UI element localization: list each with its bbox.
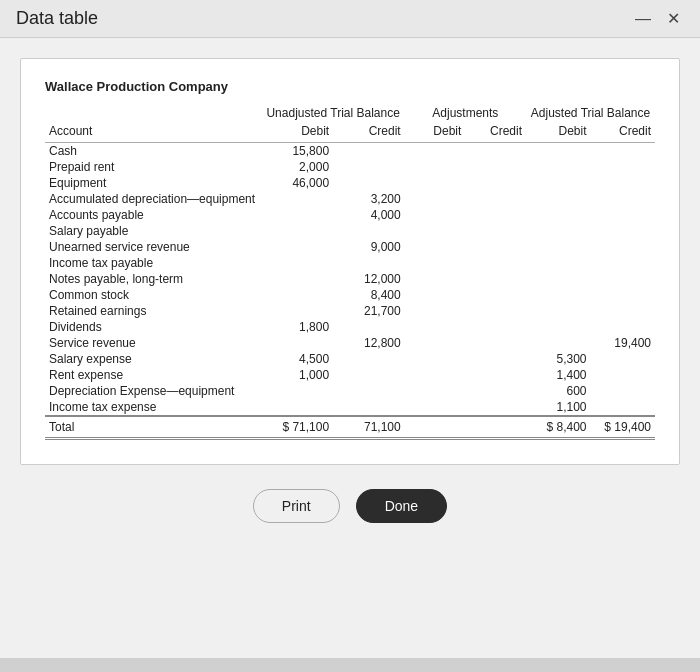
table-row: Income tax expense1,100	[45, 399, 655, 416]
unadj-debit-cell: 15,800	[262, 143, 334, 160]
adjusted-group-header: Adjusted Trial Balance	[526, 104, 655, 122]
table-row: Salary expense4,5005,300	[45, 351, 655, 367]
print-button[interactable]: Print	[253, 489, 340, 523]
unadj-debit-cell	[262, 207, 334, 223]
unadj-credit-cell	[333, 175, 405, 191]
account-cell: Depreciation Expense—equipment	[45, 383, 262, 399]
data-table-card: Wallace Production Company Unadjusted Tr…	[20, 58, 680, 465]
company-name: Wallace Production Company	[45, 79, 655, 94]
account-cell: Retained earnings	[45, 303, 262, 319]
unadj-credit-cell	[333, 367, 405, 383]
adj-credit-cell	[465, 383, 526, 399]
table-row: Accounts payable4,000	[45, 207, 655, 223]
adjbal-debit-cell	[526, 287, 590, 303]
adjbal-debit-cell	[526, 335, 590, 351]
total-adjbal-symbol: $	[546, 420, 553, 434]
adjbal-credit-cell	[590, 319, 655, 335]
done-button[interactable]: Done	[356, 489, 447, 523]
unadj-credit-cell	[333, 351, 405, 367]
total-adj-credit	[465, 416, 526, 439]
account-cell: Salary payable	[45, 223, 262, 239]
adjbal-debit-cell: 5,300	[526, 351, 590, 367]
adjbal-debit-cell	[526, 319, 590, 335]
adj-debit-cell	[405, 383, 466, 399]
adj-credit-cell	[465, 335, 526, 351]
table-row: Unearned service revenue9,000	[45, 239, 655, 255]
account-cell: Accumulated depreciation—equipment	[45, 191, 262, 207]
adj-debit-cell	[405, 335, 466, 351]
column-sub-header-row: Account Debit Credit Debit Credit Debit …	[45, 122, 655, 143]
unadj-debit-cell: 1,000	[262, 367, 334, 383]
adjbal-credit-header: Credit	[590, 122, 655, 143]
adjbal-credit-cell	[590, 287, 655, 303]
adjbal-credit-cell: 19,400	[590, 335, 655, 351]
unadj-credit-cell	[333, 319, 405, 335]
adj-debit-cell	[405, 255, 466, 271]
adj-credit-cell	[465, 271, 526, 287]
adj-debit-cell	[405, 207, 466, 223]
adj-credit-cell	[465, 367, 526, 383]
table-row: Equipment46,000	[45, 175, 655, 191]
unadj-credit-cell: 8,400	[333, 287, 405, 303]
table-row: Common stock8,400	[45, 287, 655, 303]
close-button[interactable]: ✕	[663, 9, 684, 28]
unadj-debit-cell	[262, 383, 334, 399]
adjbal-credit-cell	[590, 191, 655, 207]
unadj-credit-cell: 21,700	[333, 303, 405, 319]
adjbal-debit-cell: 1,400	[526, 367, 590, 383]
adj-debit-cell	[405, 223, 466, 239]
adj-debit-cell	[405, 143, 466, 160]
adj-debit-cell	[405, 399, 466, 416]
account-cell: Common stock	[45, 287, 262, 303]
adjbal-debit-cell	[526, 143, 590, 160]
app-title: Data table	[16, 8, 98, 29]
total-unadj-credit: 71,100	[333, 416, 405, 439]
unadj-debit-cell: 46,000	[262, 175, 334, 191]
total-row: Total $ 71,100 71,100 $ 8,400 $ 19,400	[45, 416, 655, 439]
adjbal-debit-cell	[526, 175, 590, 191]
unadj-credit-cell	[333, 143, 405, 160]
adj-debit-header: Debit	[405, 122, 466, 143]
adjbal-debit-cell	[526, 191, 590, 207]
table-row: Rent expense1,0001,400	[45, 367, 655, 383]
adj-credit-cell	[465, 351, 526, 367]
total-adjbal-credit-symbol: $	[604, 420, 611, 434]
adjbal-credit-cell	[590, 159, 655, 175]
adj-credit-cell	[465, 207, 526, 223]
adj-debit-cell	[405, 303, 466, 319]
minimize-button[interactable]: —	[631, 9, 655, 28]
total-unadj-debit-symbol: $	[282, 420, 289, 434]
table-row: Notes payable, long-term12,000	[45, 271, 655, 287]
account-cell: Rent expense	[45, 367, 262, 383]
table-row: Retained earnings21,700	[45, 303, 655, 319]
adjbal-debit-cell	[526, 159, 590, 175]
column-group-header-row: Unadjusted Trial Balance Adjustments Adj…	[45, 104, 655, 122]
adj-debit-cell	[405, 239, 466, 255]
adjbal-debit-cell	[526, 271, 590, 287]
total-label: Total	[45, 416, 262, 439]
adj-credit-cell	[465, 399, 526, 416]
account-cell: Cash	[45, 143, 262, 160]
table-row: Dividends1,800	[45, 319, 655, 335]
account-cell: Dividends	[45, 319, 262, 335]
table-row: Salary payable	[45, 223, 655, 239]
unadj-credit-cell	[333, 159, 405, 175]
adjbal-credit-cell	[590, 399, 655, 416]
adjbal-credit-cell	[590, 367, 655, 383]
button-row: Print Done	[20, 489, 680, 523]
adj-credit-cell	[465, 223, 526, 239]
unadj-debit-header: Debit	[262, 122, 334, 143]
main-content: Wallace Production Company Unadjusted Tr…	[0, 38, 700, 658]
account-cell: Income tax payable	[45, 255, 262, 271]
adj-credit-cell	[465, 255, 526, 271]
adj-debit-cell	[405, 351, 466, 367]
table-row: Depreciation Expense—equipment600	[45, 383, 655, 399]
adjbal-debit-cell	[526, 255, 590, 271]
total-adj-debit	[405, 416, 466, 439]
adj-debit-cell	[405, 287, 466, 303]
adj-debit-cell	[405, 367, 466, 383]
account-cell: Salary expense	[45, 351, 262, 367]
adj-debit-cell	[405, 271, 466, 287]
adj-debit-cell	[405, 159, 466, 175]
unadj-debit-cell	[262, 399, 334, 416]
